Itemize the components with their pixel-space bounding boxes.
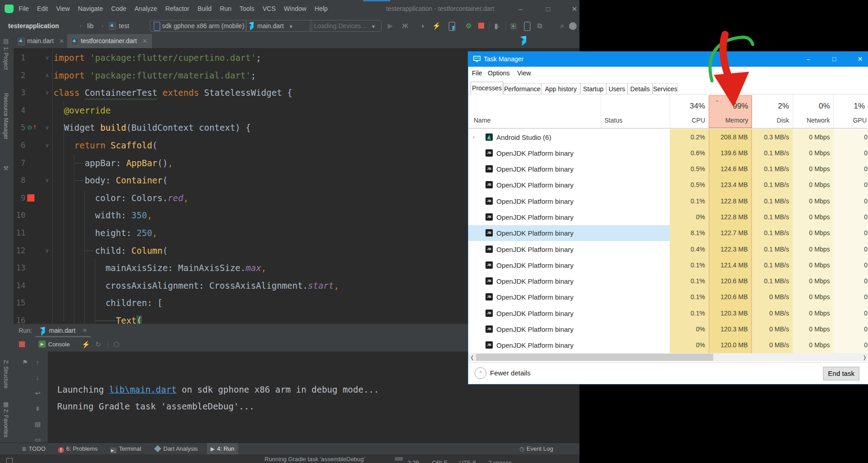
fold-marker-icon[interactable]: ∨ (44, 119, 51, 137)
tm-minimize-button[interactable]: – (798, 52, 819, 67)
indent-indicator[interactable]: 2 spaces (488, 459, 512, 463)
statusbar-terminal[interactable]: ▶_Terminal (110, 443, 141, 455)
code-line[interactable]: color: Colors.red, (54, 189, 188, 207)
project-toolwindow-icon[interactable]: ▤ (3, 38, 9, 44)
process-row[interactable]: ›Android Studio (6)0.2%208.8 MB0.3 MB/s0… (468, 129, 868, 145)
run-tab-main-dart[interactable]: main.dart (49, 324, 75, 337)
gradle-sync-button[interactable]: ⚙ (464, 18, 474, 34)
code-line[interactable]: width: 350, (54, 207, 152, 224)
menu-edit[interactable]: Edit (37, 0, 48, 18)
console-file-link[interactable]: lib\main.dart (109, 384, 177, 394)
tm-menu-file[interactable]: File (472, 67, 482, 79)
toolwindow-toggle-icon[interactable] (6, 458, 13, 463)
encoding-indicator[interactable]: UTF-8 (459, 459, 476, 463)
console-tab[interactable]: Console (48, 337, 70, 351)
menu-build[interactable]: Build (197, 0, 211, 18)
column-header-disk[interactable]: Disk (748, 117, 789, 124)
column-header-name[interactable]: Name (474, 117, 490, 124)
loading-devices-dropdown[interactable]: Loading Devices... ▼ (310, 20, 382, 32)
tm-tab-services[interactable]: Services (652, 83, 678, 94)
clear-console-icon[interactable]: ▭ (33, 436, 42, 443)
column-header-network[interactable]: Network (789, 117, 830, 124)
hot-reload-button[interactable]: ⚡ (82, 337, 90, 351)
process-row[interactable]: JBOpenJDK Platform binary0%122.8 MB0.1 M… (468, 209, 868, 225)
expand-chevron-icon[interactable]: › (473, 134, 475, 140)
statusbar-event-log[interactable]: ◷Event Log (520, 443, 553, 455)
flutter-hot-reload-icon[interactable] (520, 36, 528, 44)
pin-icon[interactable]: ⚑ (20, 359, 29, 366)
code-line[interactable]: import 'package:flutter/material.dart'; (54, 67, 256, 84)
process-row[interactable]: JBOpenJDK Platform binary0.1%120.6 MB0.1… (468, 273, 868, 289)
run-config-dropdown[interactable]: main.dart ▼ (245, 20, 312, 32)
toolwindow-label-resource-manager[interactable]: Resource Manager (3, 93, 9, 139)
fold-marker-icon[interactable]: ∨ (44, 172, 51, 189)
fold-marker-icon[interactable]: ∨ (44, 242, 51, 260)
scroll-to-end-icon[interactable]: ⇟ (33, 405, 42, 412)
toolwindow-label-favorites[interactable]: 2: Favorites (3, 409, 9, 438)
editor-tab-testforcontainer-dart[interactable]: testforcontainer.dart ✕ (67, 34, 152, 48)
tm-tab-app-history[interactable]: App history (541, 83, 580, 94)
scroll-up-icon[interactable]: ↑ (33, 359, 42, 366)
tm-tab-details[interactable]: Details (628, 83, 652, 94)
fold-marker-icon[interactable]: ∨ (44, 84, 51, 102)
device-file-explorer-button[interactable]: ▮▪ (492, 18, 502, 34)
hot-restart-button[interactable]: ↻ (95, 337, 101, 351)
color-preview-swatch[interactable] (27, 194, 34, 202)
code-line[interactable]: height: 250, (54, 224, 157, 242)
process-row[interactable]: JBOpenJDK Platform binary0.5%123.4 MB0.1… (468, 177, 868, 193)
column-header-memory[interactable]: Memory (707, 117, 748, 124)
ide-close-button[interactable]: ✕ (565, 0, 579, 18)
fold-marker-icon[interactable]: ∧ (44, 67, 51, 84)
build-toolwindow-icon[interactable]: ⚒ (3, 165, 9, 172)
sdk-manager-button[interactable]: ⧉ (535, 18, 544, 34)
collapse-details-icon[interactable]: ⌃ (475, 367, 486, 379)
run-button[interactable]: ▶ (385, 18, 395, 34)
line-ending-indicator[interactable]: CRLF (432, 459, 447, 463)
scroll-left-arrow[interactable]: ❬ (468, 353, 476, 361)
tm-close-button[interactable]: ✕ (850, 52, 868, 67)
code-line[interactable]: children: [ (54, 294, 162, 312)
scrollbar-thumb[interactable] (476, 354, 713, 361)
scroll-right-arrow[interactable]: ❭ (861, 353, 868, 361)
tm-tab-processes[interactable]: Processes (471, 82, 503, 94)
print-icon[interactable]: ▤ (33, 420, 42, 428)
tm-tab-users[interactable]: Users (606, 83, 628, 94)
menu-navigate[interactable]: Navigate (78, 0, 103, 18)
code-line[interactable]: crossAxisAlignment: CrossAxisAlignment.s… (54, 277, 339, 295)
process-row[interactable]: JBOpenJDK Platform binary0.5%124.6 MB0.1… (468, 161, 868, 177)
statusbar-problems[interactable]: !6: Problems (58, 443, 98, 455)
process-row[interactable]: JBOpenJDK Platform binary0.1%120.3 MB0 M… (468, 305, 868, 321)
process-row[interactable]: JBOpenJDK Platform binary0.4%122.3 MB0.1… (468, 241, 868, 257)
menu-analyze[interactable]: Analyze (135, 0, 157, 18)
override-marker-icon[interactable]: ⊙↑ (27, 119, 41, 137)
statusbar-dart-analysis[interactable]: Dart Analysis (155, 443, 198, 455)
code-line[interactable]: @override (54, 102, 111, 119)
code-line[interactable]: body: Container( (54, 172, 168, 189)
close-icon[interactable]: ✕ (142, 38, 147, 44)
process-row[interactable]: JBOpenJDK Platform binary0.1%122.8 MB0.1… (468, 193, 868, 209)
code-line[interactable]: return Scaffold( (54, 137, 157, 154)
fold-marker-icon[interactable]: ∨ (44, 137, 51, 154)
column-header-status[interactable]: Status (604, 117, 623, 124)
menu-file[interactable]: File (19, 0, 29, 18)
menu-run[interactable]: Run (220, 0, 231, 18)
attach-profiler-button[interactable]: ⚡ (432, 18, 441, 34)
process-row[interactable]: JBOpenJDK Platform binary0%120.3 MB0 MB/… (468, 321, 868, 337)
code-line[interactable]: Widget build(BuildContext context) { (54, 119, 251, 137)
tm-tab-startup[interactable]: Startup (580, 83, 606, 94)
ide-minimize-button[interactable]: – (511, 0, 530, 18)
column-header-cpu[interactable]: CPU (664, 117, 705, 124)
code-line[interactable]: import 'package:flutter/cupertino.dart'; (54, 49, 261, 67)
tm-maximize-button[interactable]: □ (824, 52, 844, 67)
soft-wrap-icon[interactable]: ↩ (33, 389, 42, 397)
logcat-button[interactable]: ◫▶ (509, 18, 519, 34)
end-task-button[interactable]: End task (823, 367, 859, 380)
tm-menu-view[interactable]: View (517, 67, 531, 79)
statusbar-todo[interactable]: ≣TODO (22, 443, 45, 455)
process-row[interactable]: JBOpenJDK Platform binary0.6%139.6 MB0.1… (468, 145, 868, 161)
tm-menu-options[interactable]: Options (488, 67, 510, 79)
code-line[interactable]: appBar: AppBar(), (54, 154, 173, 172)
fewer-details-toggle[interactable]: Fewer details (490, 363, 530, 384)
process-row[interactable]: JBOpenJDK Platform binary0%120.0 MB0 MB/… (468, 337, 868, 353)
process-row[interactable]: JBOpenJDK Platform binary0.1%121.4 MB0.1… (468, 257, 868, 273)
